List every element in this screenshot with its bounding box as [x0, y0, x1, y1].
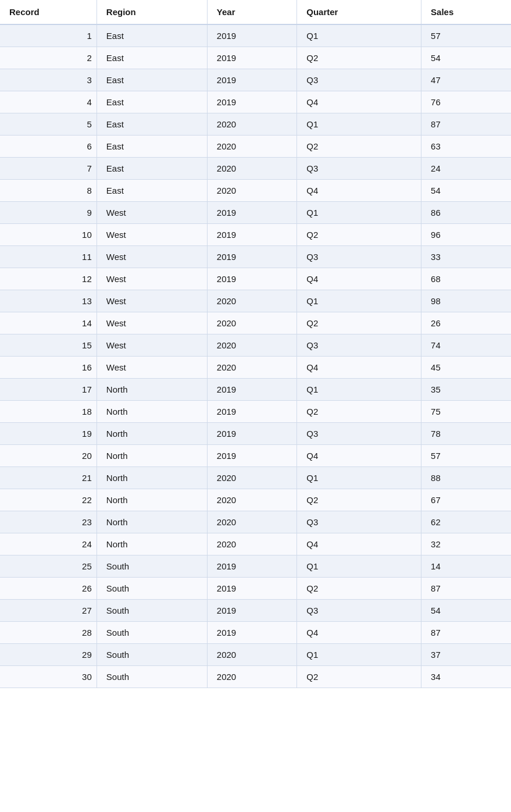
cell-quarter: Q2: [297, 401, 421, 423]
cell-region: South: [97, 622, 207, 644]
cell-quarter: Q4: [297, 268, 421, 290]
cell-record: 8: [0, 180, 97, 202]
table-row: 27South2019Q354: [0, 600, 511, 622]
cell-year: 2020: [207, 312, 296, 334]
cell-record: 5: [0, 113, 97, 136]
cell-quarter: Q3: [297, 334, 421, 357]
cell-region: East: [97, 180, 207, 202]
table-row: 21North2020Q188: [0, 467, 511, 489]
cell-region: West: [97, 357, 207, 379]
column-header-sales[interactable]: Sales: [421, 0, 511, 24]
cell-region: North: [97, 489, 207, 511]
cell-sales: 54: [421, 180, 511, 202]
cell-record: 3: [0, 69, 97, 91]
cell-quarter: Q2: [297, 666, 421, 688]
cell-record: 30: [0, 666, 97, 688]
table-header-row: Record Region Year Quarter Sales: [0, 0, 511, 24]
cell-year: 2020: [207, 357, 296, 379]
cell-sales: 67: [421, 489, 511, 511]
data-table-container: Record Region Year Quarter Sales 1East20…: [0, 0, 511, 812]
table-row: 22North2020Q267: [0, 489, 511, 511]
cell-year: 2019: [207, 24, 296, 47]
table-row: 10West2019Q296: [0, 224, 511, 246]
table-row: 7East2020Q324: [0, 158, 511, 180]
cell-region: North: [97, 445, 207, 467]
cell-record: 19: [0, 423, 97, 445]
cell-sales: 57: [421, 445, 511, 467]
cell-year: 2019: [207, 401, 296, 423]
cell-sales: 88: [421, 467, 511, 489]
table-row: 6East2020Q263: [0, 136, 511, 158]
cell-record: 12: [0, 268, 97, 290]
cell-region: West: [97, 312, 207, 334]
column-header-record[interactable]: Record: [0, 0, 97, 24]
cell-year: 2020: [207, 467, 296, 489]
table-row: 14West2020Q226: [0, 312, 511, 334]
cell-record: 29: [0, 644, 97, 666]
cell-sales: 78: [421, 423, 511, 445]
cell-year: 2020: [207, 180, 296, 202]
cell-region: South: [97, 578, 207, 600]
column-header-quarter[interactable]: Quarter: [297, 0, 421, 24]
cell-record: 16: [0, 357, 97, 379]
cell-sales: 63: [421, 136, 511, 158]
cell-region: North: [97, 533, 207, 555]
cell-quarter: Q3: [297, 246, 421, 268]
cell-quarter: Q1: [297, 113, 421, 136]
cell-region: South: [97, 666, 207, 688]
cell-year: 2019: [207, 246, 296, 268]
cell-year: 2019: [207, 268, 296, 290]
cell-year: 2019: [207, 202, 296, 224]
column-header-region[interactable]: Region: [97, 0, 207, 24]
column-header-year[interactable]: Year: [207, 0, 296, 24]
table-row: 12West2019Q468: [0, 268, 511, 290]
cell-sales: 74: [421, 334, 511, 357]
cell-region: South: [97, 644, 207, 666]
table-row: 15West2020Q374: [0, 334, 511, 357]
table-row: 28South2019Q487: [0, 622, 511, 644]
cell-quarter: Q4: [297, 91, 421, 113]
cell-quarter: Q4: [297, 533, 421, 555]
cell-record: 24: [0, 533, 97, 555]
cell-quarter: Q1: [297, 290, 421, 312]
cell-region: East: [97, 69, 207, 91]
cell-quarter: Q1: [297, 644, 421, 666]
table-row: 2East2019Q254: [0, 47, 511, 69]
cell-region: South: [97, 600, 207, 622]
cell-record: 21: [0, 467, 97, 489]
cell-quarter: Q3: [297, 423, 421, 445]
cell-quarter: Q4: [297, 180, 421, 202]
cell-sales: 76: [421, 91, 511, 113]
cell-region: North: [97, 379, 207, 401]
cell-record: 18: [0, 401, 97, 423]
cell-quarter: Q1: [297, 379, 421, 401]
cell-year: 2020: [207, 666, 296, 688]
cell-record: 26: [0, 578, 97, 600]
cell-year: 2020: [207, 113, 296, 136]
cell-region: West: [97, 202, 207, 224]
table-row: 19North2019Q378: [0, 423, 511, 445]
table-row: 18North2019Q275: [0, 401, 511, 423]
cell-sales: 24: [421, 158, 511, 180]
cell-sales: 54: [421, 47, 511, 69]
cell-record: 20: [0, 445, 97, 467]
cell-year: 2019: [207, 47, 296, 69]
table-row: 24North2020Q432: [0, 533, 511, 555]
cell-sales: 75: [421, 401, 511, 423]
cell-quarter: Q2: [297, 578, 421, 600]
cell-record: 25: [0, 555, 97, 578]
cell-year: 2019: [207, 578, 296, 600]
table-row: 11West2019Q333: [0, 246, 511, 268]
cell-sales: 35: [421, 379, 511, 401]
table-row: 9West2019Q186: [0, 202, 511, 224]
table-row: 26South2019Q287: [0, 578, 511, 600]
cell-sales: 86: [421, 202, 511, 224]
cell-quarter: Q4: [297, 445, 421, 467]
cell-year: 2020: [207, 533, 296, 555]
cell-quarter: Q1: [297, 202, 421, 224]
cell-record: 7: [0, 158, 97, 180]
table-row: 1East2019Q157: [0, 24, 511, 47]
cell-record: 17: [0, 379, 97, 401]
cell-quarter: Q4: [297, 357, 421, 379]
cell-quarter: Q3: [297, 69, 421, 91]
